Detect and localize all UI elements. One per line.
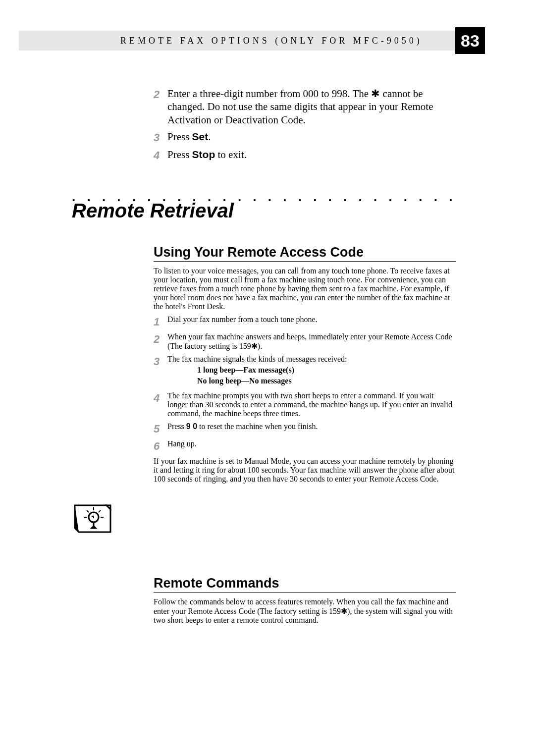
page: REMOTE FAX OPTIONS (ONLY FOR MFC-9050) 8…: [0, 0, 535, 756]
step-number: 2: [154, 332, 167, 351]
step-body: Hang up.: [167, 439, 456, 453]
step-1: 1 Dial your fax number from a touch tone…: [154, 315, 456, 328]
subsection-heading: Using Your Remote Access Code: [154, 245, 456, 260]
step-body: The fax machine prompts you with two sho…: [167, 391, 456, 418]
intro-steps: 2 Enter a three-digit number from 000 to…: [154, 87, 456, 166]
signal-line-2: No long beep—No messages: [197, 377, 456, 385]
step-body: When your fax machine answers and beeps,…: [167, 332, 456, 351]
signal-line-1: 1 long beep—Fax message(s): [197, 366, 456, 375]
step-body: Dial your fax number from a touch tone p…: [167, 315, 456, 328]
step-5: 5 Press 9 0 to reset the machine when yo…: [154, 422, 456, 435]
step-body: Enter a three-digit number from 000 to 9…: [167, 87, 456, 126]
step-body: The fax machine signals the kinds of mes…: [167, 355, 456, 387]
text: Press: [167, 149, 192, 161]
step-4: 4 The fax machine prompts you with two s…: [154, 391, 456, 418]
heading-rule: [154, 592, 456, 593]
page-number: 83: [461, 31, 480, 51]
bold-text: Stop: [192, 149, 215, 160]
step-body: Press Stop to exit.: [167, 148, 456, 162]
step-number: 4: [154, 391, 167, 418]
text: The fax machine signals the kinds of mes…: [167, 355, 456, 364]
step-number: 2: [154, 87, 167, 126]
subsection-using-remote-code: Using Your Remote Access Code To listen …: [154, 245, 456, 484]
step-number: 5: [154, 422, 167, 435]
body-paragraph: Follow the commands below to access feat…: [154, 597, 456, 625]
body-paragraph: To listen to your voice messages, you ca…: [154, 267, 456, 311]
step-2: 2 When your fax machine answers and beep…: [154, 332, 456, 351]
text: to exit.: [215, 149, 247, 161]
subsection-remote-commands: Remote Commands Follow the commands belo…: [154, 576, 456, 625]
step-6: 6 Hang up.: [154, 439, 456, 453]
tip-icon: [72, 503, 111, 536]
running-header: REMOTE FAX OPTIONS (ONLY FOR MFC-9050): [101, 31, 455, 51]
step-number: 1: [154, 315, 167, 328]
heading-rule: [154, 261, 456, 262]
text: Press: [167, 131, 192, 143]
section-title: Remote Retrieval: [72, 200, 234, 222]
text: Press: [167, 422, 186, 431]
step-number: 3: [154, 355, 167, 387]
bold-text: 9 0: [186, 422, 197, 431]
subsection-heading: Remote Commands: [154, 576, 456, 591]
text: to reset the machine when you finish.: [197, 422, 318, 431]
step-4: 4 Press Stop to exit.: [154, 148, 456, 162]
step-number: 4: [154, 148, 167, 162]
step-3: 3 The fax machine signals the kinds of m…: [154, 355, 456, 387]
text: .: [208, 131, 211, 143]
step-body: Press Set.: [167, 130, 456, 145]
running-title-text: REMOTE FAX OPTIONS (ONLY FOR MFC-9050): [120, 36, 423, 46]
step-number: 6: [154, 439, 167, 453]
step-2: 2 Enter a three-digit number from 000 to…: [154, 87, 456, 126]
header-gutter: [19, 31, 101, 51]
step-3: 3 Press Set.: [154, 130, 456, 145]
bold-text: Set: [192, 131, 209, 142]
page-number-box: 83: [455, 27, 485, 54]
note-paragraph: If your fax machine is set to Manual Mod…: [154, 457, 456, 484]
step-number: 3: [154, 130, 167, 145]
step-body: Press 9 0 to reset the machine when you …: [167, 422, 456, 435]
